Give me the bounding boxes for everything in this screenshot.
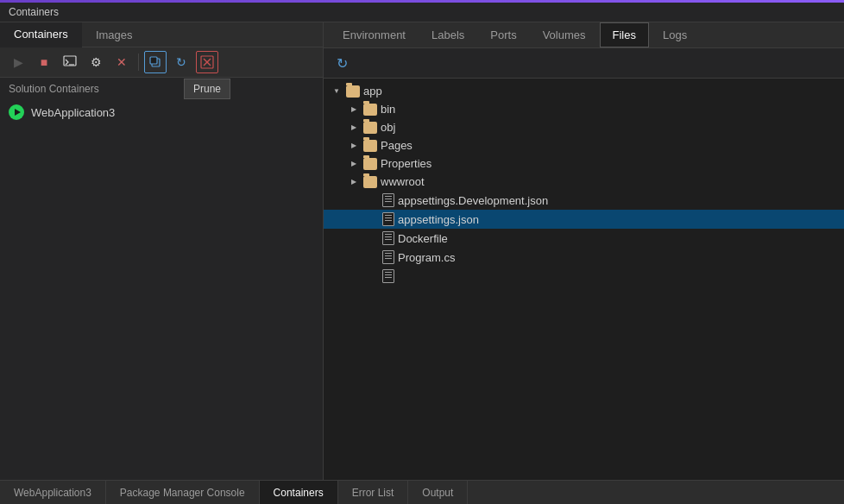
bottom-tab-bar: WebApplication3 Package Manager Console … [0,480,844,504]
tab-ports[interactable]: Ports [478,23,528,47]
copy-containers-button[interactable] [144,51,167,73]
title-label: Containers [9,6,59,18]
tree-label-appsettings-dev: appsettings.Development.json [398,194,548,207]
right-tab-bar: Environment Labels Ports Volumes Files L… [324,22,844,48]
start-button[interactable]: ▶ [7,51,29,73]
stop-button[interactable]: ■ [33,51,55,73]
tree-label-program: Program.cs [398,251,455,264]
tab-labels[interactable]: Labels [419,23,476,47]
tree-label-app: app [363,85,382,98]
file-icon-partial [382,269,394,283]
spacer-appsettings-dev [367,194,379,206]
tree-label-wwwroot: wwwroot [381,175,425,188]
folder-icon-app [346,85,360,98]
tab-environment[interactable]: Environment [331,23,418,47]
tree-item-app[interactable]: app [324,82,844,100]
refresh-files-button[interactable]: ↻ [331,52,353,74]
tree-item-program[interactable]: Program.cs [324,248,844,267]
tree-label-dockerfile: Dockerfile [398,232,448,245]
spacer-dockerfile [367,232,379,244]
tree-item-appsettings-dev[interactable]: appsettings.Development.json [324,191,844,210]
refresh-containers-button[interactable]: ↻ [170,51,192,73]
tab-logs[interactable]: Logs [651,23,699,47]
tab-volumes[interactable]: Volumes [531,23,598,47]
file-tree: app bin obj Pages [324,79,844,480]
bottom-tab-pkg-manager[interactable]: Package Manager Console [106,481,260,504]
container-item-webapp3[interactable]: WebApplication3 [0,100,323,124]
file-icon-appsettings [382,212,394,226]
folder-icon-bin [363,104,377,116]
folder-icon-wwwroot [363,176,377,188]
terminal-button[interactable] [59,51,81,73]
spacer-partial [367,270,379,282]
tab-files[interactable]: Files [600,22,649,47]
tree-item-wwwroot[interactable]: wwwroot [324,173,844,191]
tree-label-appsettings: appsettings.json [398,213,479,226]
tab-images[interactable]: Images [82,22,147,47]
left-panel: Containers Images ▶ ■ ⚙ ✕ [0,22,324,480]
chevron-pages [348,140,360,152]
tree-item-partial[interactable] [324,267,844,286]
bottom-tab-error-list[interactable]: Error List [338,481,409,504]
chevron-wwwroot [348,176,360,188]
tree-item-appsettings[interactable]: appsettings.json [324,210,844,229]
toolbar: ▶ ■ ⚙ ✕ ↻ [0,47,323,78]
bottom-tab-output[interactable]: Output [408,481,468,504]
settings-button[interactable]: ⚙ [85,51,107,73]
right-toolbar: ↻ [324,48,844,79]
separator [138,54,139,71]
tree-label-properties: Properties [381,157,431,170]
tree-item-dockerfile[interactable]: Dockerfile [324,229,844,248]
tree-label-obj: obj [381,121,395,134]
prune-tooltip-container: Prune [196,51,218,73]
delete-button[interactable]: ✕ [110,51,133,73]
main-layout: Containers Images ▶ ■ ⚙ ✕ [0,22,844,480]
chevron-properties [348,158,360,170]
tree-item-obj[interactable]: obj [324,118,844,136]
chevron-bin [348,104,360,116]
chevron-obj [348,122,360,134]
folder-icon-properties [363,158,377,170]
tree-item-pages[interactable]: Pages [324,136,844,154]
tab-containers[interactable]: Containers [0,22,82,47]
tree-item-bin[interactable]: bin [324,100,844,118]
left-tab-bar: Containers Images [0,22,323,47]
running-status-icon [9,104,24,120]
bottom-tab-webapp3[interactable]: WebApplication3 [0,481,106,504]
container-list: WebApplication3 [0,100,323,480]
container-name: WebApplication3 [31,106,115,119]
folder-icon-obj [363,122,377,134]
solution-containers-label: Solution Containers [0,78,323,100]
spacer-program [367,251,379,263]
spacer-appsettings [367,213,379,225]
bottom-tab-containers[interactable]: Containers [260,481,338,504]
file-icon-program [382,250,394,264]
tree-label-bin: bin [381,103,395,116]
right-panel: Environment Labels Ports Volumes Files L… [324,22,844,480]
tree-item-properties[interactable]: Properties [324,154,844,173]
file-icon-dockerfile [382,231,394,245]
folder-icon-pages [363,140,377,152]
prune-button[interactable] [196,51,218,73]
chevron-app [331,85,343,98]
tree-label-pages: Pages [381,139,413,152]
title-bar: Containers [0,3,844,22]
svg-rect-3 [150,57,157,64]
file-icon-appsettings-dev [382,193,394,207]
